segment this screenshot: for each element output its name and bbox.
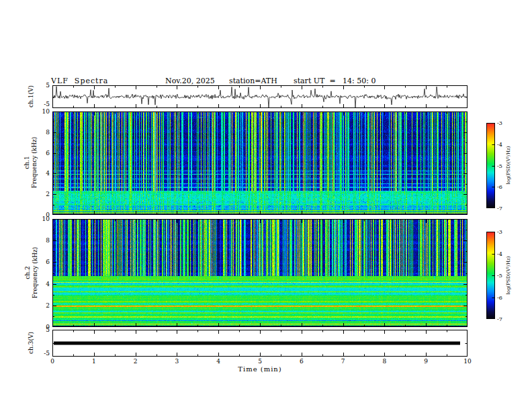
ch3-wave-ymin-label: -5: [34, 350, 50, 357]
colorbar1-tick-label: -4: [497, 142, 509, 148]
x-tick-label: 9: [420, 358, 431, 365]
ch1-spec-ytick-label: 6: [34, 150, 50, 156]
x-tick-label: 2: [130, 358, 141, 365]
plot-date: Nov.20, 2025: [165, 77, 215, 85]
ch1-spec-ylabel-axis: Frequency (kHz): [31, 111, 38, 214]
colorbar-ch2: [486, 232, 495, 319]
ch2-spec-ytick-label: 10: [34, 216, 50, 222]
ch2-spec-ytick-label: 8: [34, 237, 50, 244]
ch1-wave-ymax-label: 5: [34, 82, 50, 89]
colorbar1-tick-label: -3: [497, 120, 509, 126]
ch2-spectrogram-canvas: [52, 219, 468, 327]
colorbar1-tick-label: -5: [497, 163, 509, 169]
x-tick-label: 5: [255, 358, 265, 365]
ch2-spec-ylabel-channel: ch.2: [24, 219, 32, 327]
ch2-spec-ytick-label: 2: [34, 302, 50, 309]
ch1-spec-ylabel-channel: ch.1: [24, 111, 31, 214]
colorbar2-tick-label: -4: [497, 251, 509, 257]
x-tick-label: 10: [462, 358, 473, 365]
ch2-spec-ytick-label: 6: [34, 259, 50, 265]
ch1-spec-ylabel: ch.1 Frequency (kHz): [24, 111, 38, 214]
x-tick-label: 3: [171, 358, 182, 365]
colorbar1-tick-label: -7: [497, 205, 509, 212]
ch2-spec-ytick-label: 0: [34, 324, 50, 330]
colorbar1-tick-label: -6: [497, 184, 509, 190]
vlf-spectra-plot: VLF Spectra Nov.20, 2025 station=ATH sta…: [0, 0, 532, 411]
colorbar2-tick-label: -7: [497, 316, 509, 322]
ch1-spec-ytick-label: 10: [34, 108, 50, 115]
ch2-spec-ytick-label: 4: [34, 281, 50, 287]
x-tick-label: 8: [379, 358, 390, 365]
x-tick-label: 0: [47, 358, 58, 365]
colorbar2-tick-label: -3: [497, 229, 509, 235]
x-axis-title: Time (min): [52, 365, 468, 373]
ch1-waveform-canvas: [52, 85, 468, 108]
x-tick-label: 1: [89, 358, 99, 365]
colorbar-ch1: [486, 123, 495, 208]
ch2-spec-ylabel-axis: Frequency (kHz): [32, 219, 39, 327]
ch3-waveform-canvas: [52, 330, 468, 357]
ch1-spec-ytick-label: 2: [34, 191, 50, 197]
plot-station: station=ATH: [229, 77, 277, 85]
x-tick-label: 6: [296, 358, 307, 365]
ch1-spec-ytick-label: 8: [34, 129, 50, 136]
ch1-wave-ymin-label: -5: [34, 101, 50, 107]
ch2-spec-ylabel: ch.2 Frequency (kHz): [24, 219, 39, 327]
colorbar2-tick-label: -5: [497, 273, 509, 279]
x-tick-label: 4: [213, 358, 224, 365]
colorbar2-tick-label: -6: [497, 295, 509, 301]
page-title: VLF Spectra: [51, 77, 108, 85]
ch1-spectrogram-canvas: [52, 111, 468, 215]
ch1-spec-ytick-label: 4: [34, 170, 50, 177]
x-tick-label: 7: [338, 358, 349, 365]
plot-start-ut: start UT = 14: 50: 0: [294, 77, 376, 85]
